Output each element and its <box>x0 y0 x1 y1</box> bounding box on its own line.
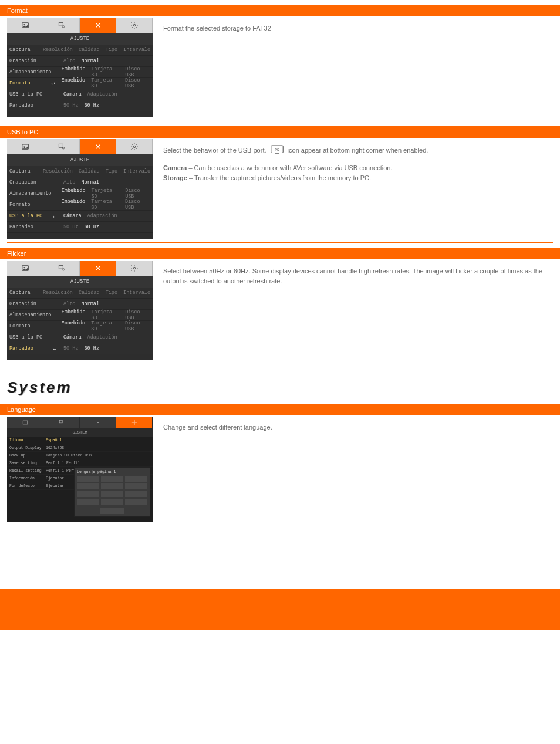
usbpc-opt-storage: Storage – Transfer the captured pictures… <box>163 173 553 183</box>
menu-row-usbpc: USB a la PCCámaraAdaptación <box>7 89 153 100</box>
tab-tools-icon <box>80 139 116 154</box>
svg-point-15 <box>62 269 65 271</box>
tab-image-icon <box>7 417 43 428</box>
menu-box: AJUSTE CapturaResoluciónCalidadTipoInter… <box>7 261 153 360</box>
svg-point-3 <box>62 26 65 28</box>
tab-tools-icon <box>80 261 116 276</box>
row-flicker: AJUSTE CapturaResoluciónCalidadTipoInter… <box>0 261 560 360</box>
tab-presenter-icon <box>43 139 80 154</box>
svg-rect-17 <box>23 421 28 424</box>
menu-box: AJUSTE CapturaResoluciónCalidadTipoInter… <box>7 139 153 239</box>
svg-rect-14 <box>59 265 63 269</box>
document-page: Format AJUSTE CapturaResoluciónCalidadTi… <box>0 5 560 565</box>
svg-rect-7 <box>59 144 63 147</box>
svg-rect-18 <box>59 421 62 423</box>
menu-tab-row <box>7 18 153 33</box>
tab-gear-icon <box>116 261 153 276</box>
desc-language: Change and select different language. <box>163 417 553 432</box>
tab-gear-icon <box>116 18 153 33</box>
language-popup: Lenguaje página 1 <box>74 467 150 517</box>
svg-point-13 <box>23 267 25 268</box>
tab-gear-icon <box>116 417 153 428</box>
lang-option <box>77 476 99 482</box>
desc-flicker: Select between 50Hz or 60Hz. Some displa… <box>163 261 553 286</box>
divider <box>7 242 553 243</box>
footer-band <box>0 589 560 630</box>
section-band-language: Language <box>0 404 560 415</box>
screenshot-usbpc: AJUSTE CapturaResoluciónCalidadTipoInter… <box>7 139 153 239</box>
sys-row-idioma: IdiomaEspañol <box>7 437 153 444</box>
svg-text:PC: PC <box>275 148 279 151</box>
divider <box>7 121 553 121</box>
usbpc-opt-camera: Camera – Can be used as a webcam or with… <box>163 163 553 173</box>
svg-rect-2 <box>59 22 63 26</box>
sys-row-output: Output Display1024x768 <box>7 444 153 452</box>
enter-icon: ↵ <box>51 80 61 87</box>
screenshot-flicker: AJUSTE CapturaResoluciónCalidadTipoInter… <box>7 261 153 360</box>
menu-row-grabacion: GrabaciónAltoNormal <box>7 56 153 67</box>
usbpc-text-a: Select the behavior of the USB port. <box>163 147 268 154</box>
divider <box>7 526 553 526</box>
divider <box>7 364 553 364</box>
tab-image-icon <box>7 139 43 154</box>
section-band-usbpc: USB to PC <box>0 126 560 138</box>
section-band-format: Format <box>0 5 560 16</box>
system-menu-box: SISTEM IdiomaEspañol Output Display1024x… <box>7 417 153 522</box>
tab-tools-icon <box>80 417 116 428</box>
menu-row-usbpc-sel: USB a la PC↵CámaraAdaptación <box>7 211 153 222</box>
enter-icon: ↵ <box>53 345 63 352</box>
screenshot-language: SISTEM IdiomaEspañol Output Display1024x… <box>7 417 153 522</box>
enter-icon: ↵ <box>53 212 63 219</box>
tab-presenter-icon <box>43 417 80 428</box>
tab-tools-icon <box>80 18 116 33</box>
tab-presenter-icon <box>43 261 80 276</box>
heading-system: System <box>0 368 560 399</box>
svg-point-1 <box>23 24 25 25</box>
desc-usbpc: Select the behavior of the USB port. PC … <box>163 139 553 183</box>
svg-point-8 <box>62 147 65 150</box>
sys-row-backup: Back upTarjeta SD Disco USB <box>7 452 153 459</box>
desc-format: Format the selected storage to FAT32 <box>163 18 553 33</box>
tab-presenter-icon <box>43 18 80 33</box>
tab-image-icon <box>7 261 43 276</box>
row-format: AJUSTE CapturaResoluciónCalidadTipoInter… <box>0 18 560 117</box>
svg-point-16 <box>133 267 136 269</box>
pc-icon: PC <box>271 145 284 157</box>
menu-row-almacenamiento: AlmacenamientoEmbebidoTarjeta SDDisco US… <box>7 67 153 78</box>
svg-point-9 <box>133 146 136 148</box>
svg-point-6 <box>23 146 25 147</box>
menu-row-parpadeo: Parpadeo50 Hz60 Hz <box>7 100 153 111</box>
menu-row-captura: CapturaResoluciónCalidadTipoIntervalo <box>7 45 153 56</box>
menu-title: AJUSTE <box>7 33 153 45</box>
row-usbpc: AJUSTE CapturaResoluciónCalidadTipoInter… <box>0 139 560 239</box>
menu-row-parpadeo-sel: Parpadeo↵50 Hz60 Hz <box>7 343 153 354</box>
svg-point-19 <box>133 422 135 424</box>
screenshot-format: AJUSTE CapturaResoluciónCalidadTipoInter… <box>7 18 153 117</box>
lang-more <box>100 508 124 514</box>
usbpc-text-b: icon appear at bottom right corner when … <box>288 147 429 154</box>
menu-row-formato: Formato↵EmbebidoTarjeta SDDisco USB <box>7 78 153 89</box>
tab-gear-icon <box>116 139 153 154</box>
sys-row-save: Save settingPerfil 1 Perfil <box>7 459 153 467</box>
tab-image-icon <box>7 18 43 33</box>
section-band-flicker: Flicker <box>0 248 560 259</box>
menu-box: AJUSTE CapturaResoluciónCalidadTipoInter… <box>7 18 153 117</box>
svg-point-4 <box>133 24 136 26</box>
row-language: SISTEM IdiomaEspañol Output Display1024x… <box>0 417 560 522</box>
